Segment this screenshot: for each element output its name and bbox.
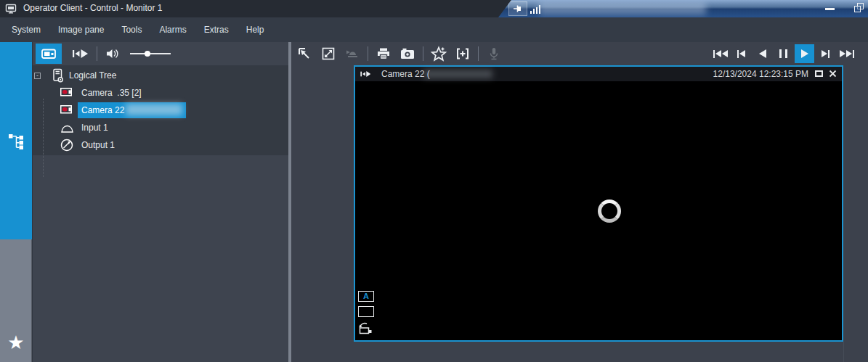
pause-button[interactable] — [774, 44, 793, 63]
tree-item-input-1[interactable]: Input 1 — [33, 119, 288, 136]
pane-close-icon[interactable] — [829, 70, 837, 78]
logical-tree-icon — [50, 68, 65, 85]
tree-item-label: Camera 22 — [81, 105, 127, 115]
add-favorite-button[interactable] — [430, 45, 447, 62]
titlebar-redacted-text — [539, 2, 706, 15]
tab-logical-tree[interactable] — [0, 42, 32, 239]
camera-icon — [60, 105, 74, 116]
arrange-panes-button[interactable] — [296, 45, 313, 62]
sidebar-tabstrip: ★ — [0, 42, 33, 362]
loading-spinner — [598, 199, 621, 223]
logical-tree-panel: - Logical Tree — [33, 42, 288, 362]
menubar: System Image pane Tools Alarms Extras He… — [0, 17, 868, 42]
toolbar-separator — [423, 46, 423, 61]
microphone-icon — [485, 45, 503, 62]
tree-item-redacted-text — [126, 104, 182, 115]
menu-extras[interactable]: Extras — [195, 18, 238, 41]
play-backward-button[interactable] — [753, 44, 772, 63]
pane-timestamp: 12/13/2024 12:23:15 PM — [713, 69, 808, 79]
snapshot-button[interactable] — [399, 45, 416, 62]
fast-forward-button[interactable] — [837, 44, 856, 63]
tree-root-row[interactable]: - Logical Tree — [33, 67, 288, 84]
instant-playback-icon[interactable] — [360, 70, 371, 78]
play-button[interactable] — [795, 44, 814, 63]
maximize-pane-button[interactable] — [320, 45, 337, 62]
speaker-button[interactable] — [103, 45, 122, 62]
menu-tools[interactable]: Tools — [113, 18, 150, 41]
video-image-pane[interactable]: Camera 22 ( 12/13/2024 12:23:15 PM A — [354, 65, 843, 342]
main-toolbar — [296, 42, 503, 65]
output-icon — [60, 139, 73, 154]
titlebar-blue-region — [487, 0, 868, 17]
image-pane-header[interactable]: Camera 22 ( 12/13/2024 12:23:15 PM — [355, 67, 842, 81]
toolbar-separator — [478, 46, 479, 61]
add-bookmark-button[interactable] — [454, 45, 471, 62]
text-overlay-toggle-icon[interactable]: A — [358, 291, 374, 302]
tree-item-camera-35[interactable]: Camera .35 [2] — [33, 84, 288, 102]
logical-tree: - Logical Tree — [33, 65, 288, 155]
pane-maximize-icon[interactable] — [815, 70, 823, 77]
menu-help[interactable]: Help — [238, 18, 273, 41]
volume-slider[interactable] — [130, 53, 171, 54]
camera-icon — [60, 88, 74, 99]
menu-image-pane[interactable]: Image pane — [49, 18, 113, 41]
frame-toggle-icon[interactable] — [358, 306, 374, 317]
overlay-a-label: A — [363, 292, 369, 300]
instant-playback-button[interactable] — [69, 45, 91, 62]
step-back-button[interactable] — [731, 44, 751, 63]
pane-overlay-buttons: A — [358, 291, 374, 334]
pane-edge-line — [843, 342, 844, 362]
camera-replay-icon[interactable] — [358, 321, 374, 334]
image-pane-title: Camera 22 ( — [381, 69, 430, 79]
image-pane-icon — [41, 46, 57, 61]
pane-title-redacted-text — [423, 70, 492, 78]
tree-item-camera-22[interactable]: Camera 22 — [33, 102, 288, 119]
operator-client-window: Operator Client - Control - Monitor 1 Sy… — [0, 0, 868, 362]
show-image-pane-button[interactable] — [36, 44, 62, 64]
instant-playback-icon — [71, 47, 89, 60]
menu-system[interactable]: System — [3, 18, 49, 41]
playback-controls — [710, 44, 856, 63]
print-button[interactable] — [375, 45, 392, 62]
restore-icon[interactable] — [854, 3, 864, 12]
menu-alarms[interactable]: Alarms — [150, 18, 195, 41]
minimize-icon[interactable] — [825, 8, 835, 10]
fast-rewind-button[interactable] — [710, 44, 730, 63]
tree-root-label: Logical Tree — [69, 70, 116, 81]
volume-slider-thumb[interactable] — [145, 51, 150, 57]
tree-item-label: Output 1 — [81, 140, 115, 150]
tree-item-output-1[interactable]: Output 1 — [33, 136, 288, 154]
alarm-icon — [344, 45, 361, 62]
toolbar-separator — [97, 46, 97, 61]
input-icon — [60, 124, 74, 136]
app-monitor-icon — [5, 3, 17, 17]
tree-panel-toolbar — [33, 42, 288, 65]
tree-item-label: Input 1 — [81, 123, 108, 133]
speaker-icon — [105, 46, 120, 61]
tab-favorites[interactable]: ★ — [0, 239, 32, 362]
star-icon: ★ — [0, 333, 32, 352]
pin-icon[interactable] — [508, 1, 527, 16]
titlebar: Operator Client - Control - Monitor 1 — [0, 0, 868, 17]
window-title: Operator Client - Control - Monitor 1 — [23, 3, 162, 13]
toolbar-separator — [368, 46, 368, 61]
tree-structure-icon — [8, 132, 24, 149]
tree-item-label: Camera .35 [2] — [81, 88, 142, 98]
image-window-area: Camera 22 ( 12/13/2024 12:23:15 PM A — [291, 42, 868, 362]
step-forward-button[interactable] — [816, 44, 835, 63]
tree-expander[interactable]: - — [34, 73, 41, 79]
